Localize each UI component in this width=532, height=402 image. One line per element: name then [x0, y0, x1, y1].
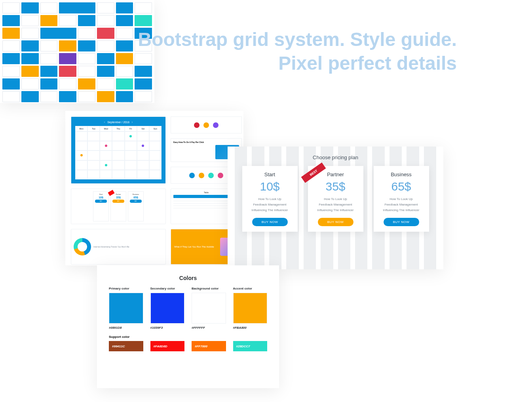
calendar-dow: Fri [125, 126, 137, 131]
buy-now-button[interactable]: BUY NOW [252, 218, 288, 226]
calendar-day[interactable] [112, 131, 124, 141]
buy-now-button[interactable]: BUY NOW [318, 218, 353, 226]
support-swatch: #28DCC7 [233, 341, 268, 351]
template-thumb[interactable] [40, 40, 58, 51]
template-thumb[interactable] [59, 78, 76, 90]
calendar-day[interactable] [100, 131, 112, 141]
calendar-day[interactable] [112, 151, 124, 160]
template-thumb[interactable] [135, 15, 152, 26]
template-thumb[interactable] [59, 15, 76, 26]
template-thumb[interactable] [78, 15, 95, 26]
calendar-day[interactable] [75, 160, 87, 170]
mini-plan-price: 65$ [130, 196, 142, 199]
calendar-day[interactable] [137, 151, 149, 160]
calendar-day[interactable] [87, 160, 100, 170]
template-thumb[interactable] [59, 53, 76, 64]
calendar-next-icon[interactable]: › [132, 121, 133, 124]
calendar-day[interactable] [87, 141, 100, 151]
swatch-hex: #0891D8 [109, 326, 143, 330]
template-thumb[interactable] [135, 78, 152, 90]
calendar-day[interactable] [87, 151, 100, 160]
mini-buy-button[interactable]: BUY [130, 200, 142, 203]
calendar-day[interactable] [137, 141, 149, 151]
template-thumb[interactable] [21, 2, 39, 13]
calendar-day[interactable] [149, 141, 162, 151]
calendar-day[interactable] [137, 170, 149, 179]
template-thumb[interactable] [40, 78, 58, 90]
template-thumb[interactable] [97, 78, 114, 90]
template-thumb[interactable] [2, 15, 20, 26]
template-thumb[interactable] [97, 2, 114, 13]
support-swatch: #FF7000 [192, 341, 226, 351]
template-thumb[interactable] [21, 78, 39, 90]
swatch-hex: #FFFFFF [192, 326, 226, 330]
calendar-day[interactable] [149, 131, 162, 141]
template-thumb[interactable] [59, 40, 76, 51]
calendar-day[interactable] [125, 151, 137, 160]
calendar-day[interactable] [75, 131, 87, 141]
calendar-day[interactable] [75, 141, 87, 151]
calendar-day[interactable] [125, 170, 137, 179]
calendar-day[interactable] [137, 160, 149, 170]
buy-now-button[interactable]: BUY NOW [384, 218, 419, 226]
template-thumb[interactable] [135, 91, 152, 102]
template-thumb[interactable] [40, 28, 77, 39]
plan-price: 35$ [312, 180, 359, 193]
template-thumb[interactable] [2, 78, 20, 90]
calendar-day[interactable] [149, 151, 162, 160]
template-thumb[interactable] [21, 15, 39, 26]
template-thumb[interactable] [21, 66, 39, 77]
template-thumb[interactable] [97, 15, 114, 26]
calendar-prev-icon[interactable]: ‹ [104, 121, 105, 124]
template-thumb[interactable] [59, 2, 95, 13]
template-thumb[interactable] [40, 2, 58, 13]
template-thumb[interactable] [116, 15, 133, 26]
template-thumb[interactable] [40, 91, 58, 102]
calendar-day[interactable] [100, 170, 112, 179]
calendar-day[interactable] [100, 151, 112, 160]
mini-buy-button[interactable]: BUY [112, 200, 124, 203]
calendar-day[interactable] [125, 160, 137, 170]
template-thumb[interactable] [2, 53, 20, 64]
calendar-dow: Mon [75, 126, 87, 131]
mini-buy-button[interactable]: BUY [95, 200, 107, 203]
template-thumb[interactable] [116, 2, 133, 13]
template-thumb[interactable] [2, 2, 20, 13]
template-thumb[interactable] [40, 15, 58, 26]
template-thumb[interactable] [2, 40, 20, 51]
template-thumb[interactable] [116, 91, 133, 102]
template-thumb[interactable] [40, 53, 58, 64]
calendar-day[interactable] [125, 141, 137, 151]
template-thumb[interactable] [21, 40, 39, 51]
calendar-day[interactable] [87, 131, 100, 141]
calendar-day[interactable] [75, 170, 87, 179]
calendar-dow: Sun [149, 126, 162, 131]
calendar-day[interactable] [112, 160, 124, 170]
calendar-day[interactable] [112, 141, 124, 151]
calendar-day[interactable] [125, 131, 137, 141]
template-thumb[interactable] [2, 91, 20, 102]
template-thumb[interactable] [116, 78, 133, 90]
mini-plan-name: Partner [116, 193, 121, 195]
template-thumb[interactable] [78, 78, 95, 90]
template-thumb[interactable] [2, 66, 20, 77]
template-thumb[interactable] [59, 66, 76, 77]
plan-price: 65$ [378, 180, 425, 193]
template-thumb[interactable] [97, 91, 114, 102]
calendar-day[interactable] [149, 160, 162, 170]
template-thumb[interactable] [2, 28, 20, 39]
calendar-day[interactable] [75, 151, 87, 160]
calendar-day[interactable] [112, 170, 124, 179]
template-thumb[interactable] [21, 53, 39, 64]
calendar-day[interactable] [149, 170, 162, 179]
template-thumb[interactable] [59, 91, 76, 102]
template-thumb[interactable] [135, 2, 152, 13]
calendar-day[interactable] [100, 160, 112, 170]
calendar-day[interactable] [100, 141, 112, 151]
calendar-day[interactable] [137, 131, 149, 141]
calendar-day[interactable] [87, 170, 100, 179]
template-thumb[interactable] [21, 91, 39, 102]
template-thumb[interactable] [40, 66, 58, 77]
template-thumb[interactable] [21, 28, 39, 39]
template-thumb[interactable] [78, 91, 95, 102]
